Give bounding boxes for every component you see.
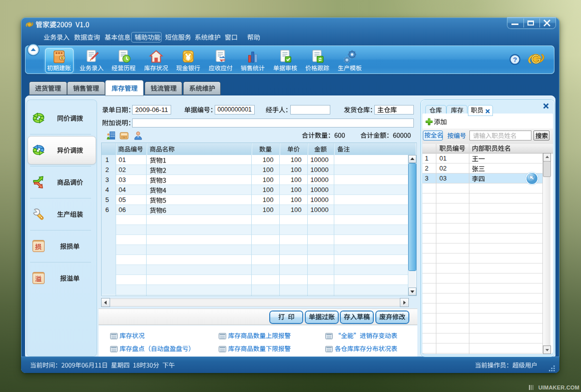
svg-text:?: ? (513, 56, 517, 64)
